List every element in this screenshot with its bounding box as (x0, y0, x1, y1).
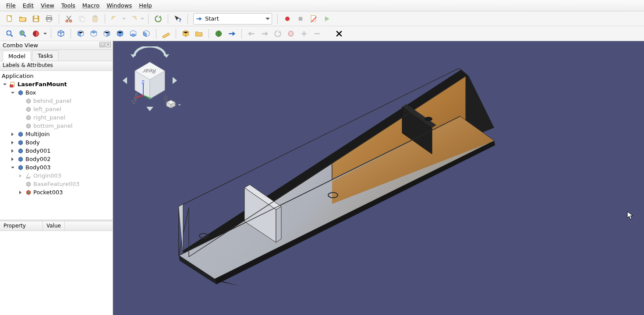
menu-windows[interactable]: Windows (103, 1, 135, 10)
fit-all-icon[interactable] (4, 28, 16, 40)
svg-text:?: ? (179, 17, 181, 23)
close-icon[interactable] (333, 28, 345, 40)
tree-root[interactable]: Application (0, 72, 113, 80)
svg-rect-2 (35, 16, 38, 18)
tree-basefeature003[interactable]: BaseFeature003 (0, 180, 113, 188)
menu-tools[interactable]: Tools (58, 1, 79, 10)
web-home-icon[interactable] (212, 28, 225, 40)
workbench-label: Start (205, 15, 219, 22)
combo-view-panel: Combo View ◱ ✕ Model Tasks Labels & Attr… (0, 41, 113, 315)
menu-file[interactable]: File (3, 1, 19, 10)
macro-stop-icon[interactable] (294, 13, 307, 25)
tree-header: Labels & Attributes (0, 61, 113, 71)
create-group-icon[interactable] (193, 28, 205, 40)
menu-bar: File Edit View Tools Macro Windows Help (0, 0, 644, 11)
view-isometric-icon[interactable] (55, 28, 67, 40)
combo-view-tabs: Model Tasks (0, 50, 113, 61)
draw-style-icon[interactable] (30, 28, 42, 40)
view-right-icon[interactable] (101, 28, 113, 40)
view-bottom-icon[interactable] (127, 28, 139, 40)
create-part-icon[interactable] (180, 28, 192, 40)
measure-icon[interactable] (160, 28, 172, 40)
tree-multijoin[interactable]: MultiJoin (0, 130, 113, 138)
redo-icon[interactable] (127, 13, 139, 25)
property-header-property[interactable]: Property (0, 221, 43, 231)
tree-body[interactable]: Body (0, 138, 113, 147)
tree-body001[interactable]: Body001 (0, 147, 113, 155)
view-front-icon[interactable] (74, 28, 87, 40)
3d-viewport[interactable]: Rear Left Top z (113, 41, 644, 315)
tab-model[interactable]: Model (3, 51, 31, 61)
view-left-icon[interactable] (140, 28, 152, 40)
macro-run-icon[interactable] (321, 13, 333, 25)
macro-edit-icon[interactable] (308, 13, 320, 25)
cut-icon[interactable] (63, 13, 75, 25)
svg-rect-12 (94, 15, 96, 17)
3d-model (113, 41, 644, 315)
tree-body003[interactable]: Body003 (0, 163, 113, 172)
fit-selection-icon[interactable] (17, 28, 29, 40)
tree-body002[interactable]: Body002 (0, 155, 113, 163)
tree-box[interactable]: Box (0, 88, 113, 97)
undo-dropdown-icon[interactable] (122, 13, 126, 25)
whats-this-icon[interactable]: ? (172, 13, 184, 25)
svg-point-31 (425, 117, 432, 121)
draw-style-dropdown-icon[interactable] (43, 28, 47, 40)
combo-view-title: Combo View ◱ ✕ (0, 41, 113, 50)
tree-bottom-panel[interactable]: bottom_panel (0, 122, 113, 130)
svg-rect-27 (28, 192, 29, 193)
web-stop-icon[interactable] (285, 28, 297, 40)
tree-origin003[interactable]: Origin003 (0, 172, 113, 180)
tree-document[interactable]: LaserFanMount (0, 80, 113, 88)
svg-point-14 (285, 17, 290, 21)
svg-rect-10 (81, 17, 85, 21)
menu-edit[interactable]: Edit (19, 1, 37, 10)
copy-icon[interactable] (76, 13, 88, 25)
undo-icon[interactable] (109, 13, 121, 25)
svg-rect-21 (163, 32, 170, 38)
svg-rect-15 (299, 17, 302, 20)
view-rear-icon[interactable] (114, 28, 126, 40)
web-zoom-in-icon[interactable] (298, 28, 310, 40)
svg-rect-3 (34, 19, 38, 21)
menu-view[interactable]: View (37, 1, 58, 10)
refresh-icon[interactable] (152, 13, 164, 25)
workbench-selector[interactable]: Start (193, 13, 272, 24)
svg-rect-6 (47, 19, 51, 21)
web-forward-icon[interactable] (258, 28, 271, 40)
menu-help[interactable]: Help (135, 1, 156, 10)
web-back-icon[interactable] (245, 28, 258, 40)
print-icon[interactable] (43, 13, 55, 25)
panel-float-icon[interactable]: ◱ (99, 42, 105, 47)
mouse-cursor-icon (627, 211, 634, 220)
toolbar-file: ? Start (0, 11, 644, 26)
tree-right-panel[interactable]: right_panel (0, 113, 113, 122)
redo-dropdown-icon[interactable] (140, 13, 145, 25)
web-zoom-out-icon[interactable] (311, 28, 323, 40)
menu-macro[interactable]: Macro (79, 1, 103, 10)
save-document-icon[interactable] (30, 13, 42, 25)
web-start-icon[interactable] (226, 28, 238, 40)
open-document-icon[interactable] (17, 13, 29, 25)
tree-left-panel[interactable]: left_panel (0, 105, 113, 113)
panel-close-icon[interactable]: ✕ (106, 42, 111, 47)
svg-rect-4 (47, 15, 51, 17)
tab-tasks[interactable]: Tasks (32, 50, 59, 61)
web-refresh-icon[interactable] (272, 28, 284, 40)
property-panel: Property Value (0, 221, 113, 315)
tree-pocket003[interactable]: Pocket003 (0, 188, 113, 196)
toolbar-view (0, 26, 644, 41)
tree-behind-panel[interactable]: behind_panel (0, 97, 113, 105)
macro-record-icon[interactable] (281, 13, 294, 25)
view-top-icon[interactable] (88, 28, 100, 40)
svg-rect-26 (10, 84, 13, 87)
new-document-icon[interactable] (4, 13, 16, 25)
paste-icon[interactable] (89, 13, 101, 25)
property-header-value[interactable]: Value (43, 221, 65, 231)
model-tree[interactable]: Application LaserFanMount Box behind_pan… (0, 71, 113, 220)
svg-rect-19 (21, 32, 24, 35)
